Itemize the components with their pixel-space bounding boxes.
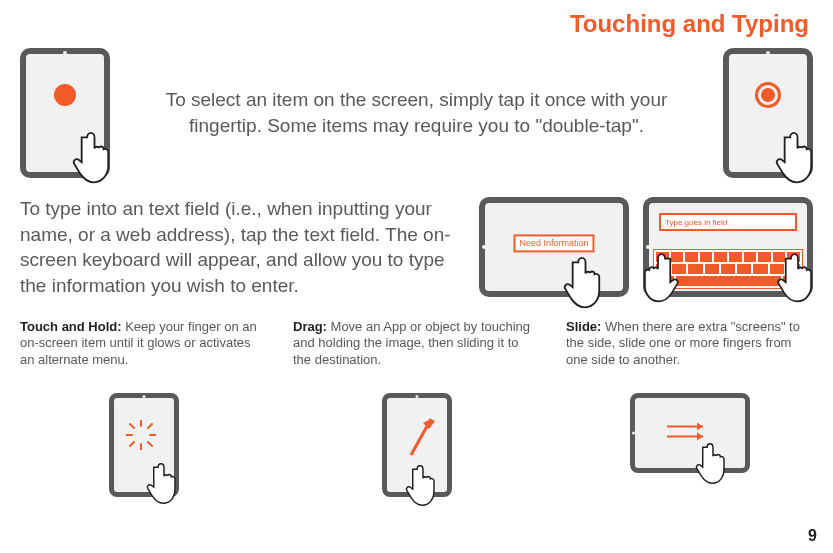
tap-illustration-left bbox=[20, 48, 110, 178]
drag-arrow-icon bbox=[407, 413, 437, 458]
hand-icon bbox=[558, 253, 613, 313]
text-field-label: Need Information bbox=[513, 235, 594, 253]
hand-icon bbox=[142, 460, 186, 508]
hand-icon bbox=[401, 462, 445, 510]
slide-description: Slide: When there are extra "screens" to… bbox=[566, 319, 813, 381]
drag-text: Move an App or object by touching and ho… bbox=[293, 319, 530, 368]
svg-line-4 bbox=[130, 424, 134, 428]
drag-column: Drag: Move an App or object by touching … bbox=[293, 319, 540, 497]
page-title: Touching and Typing bbox=[20, 10, 813, 38]
tap-section: To select an item on the screen, simply … bbox=[20, 48, 813, 178]
glow-icon bbox=[126, 420, 156, 450]
two-hands-icon bbox=[624, 241, 832, 311]
page-number: 9 bbox=[808, 527, 817, 545]
slide-column: Slide: When there are extra "screens" to… bbox=[566, 319, 813, 497]
drag-description: Drag: Move an App or object by touching … bbox=[293, 319, 540, 381]
tap-target-icon bbox=[54, 84, 76, 106]
touch-hold-label: Touch and Hold: bbox=[20, 319, 122, 334]
drag-illustration bbox=[382, 393, 452, 497]
hand-icon bbox=[67, 128, 122, 188]
slide-arrows-icon bbox=[665, 418, 715, 442]
text-field-placeholder: Type goes in field bbox=[659, 213, 797, 231]
drag-label: Drag: bbox=[293, 319, 327, 334]
slide-label: Slide: bbox=[566, 319, 601, 334]
svg-line-7 bbox=[130, 442, 134, 446]
gestures-row: Touch and Hold: Keep your finger on an o… bbox=[20, 319, 813, 497]
svg-line-6 bbox=[148, 424, 152, 428]
tap-illustration-right bbox=[723, 48, 813, 178]
double-tap-target-icon bbox=[761, 88, 775, 102]
need-info-illustration: Need Information bbox=[479, 197, 629, 297]
touch-hold-column: Touch and Hold: Keep your finger on an o… bbox=[20, 319, 267, 497]
slide-illustration bbox=[630, 393, 750, 473]
tap-description: To select an item on the screen, simply … bbox=[130, 87, 703, 138]
keyboard-illustration: Type goes in field bbox=[643, 197, 813, 297]
touch-hold-illustration bbox=[109, 393, 179, 497]
svg-marker-11 bbox=[697, 422, 703, 430]
svg-line-5 bbox=[148, 442, 152, 446]
type-description: To type into an text field (i.e., when i… bbox=[20, 196, 465, 299]
hand-icon bbox=[691, 440, 735, 488]
type-section: To type into an text field (i.e., when i… bbox=[20, 196, 813, 299]
hand-icon bbox=[770, 128, 825, 188]
touch-hold-description: Touch and Hold: Keep your finger on an o… bbox=[20, 319, 267, 381]
slide-text: When there are extra "screens" to the si… bbox=[566, 319, 800, 368]
